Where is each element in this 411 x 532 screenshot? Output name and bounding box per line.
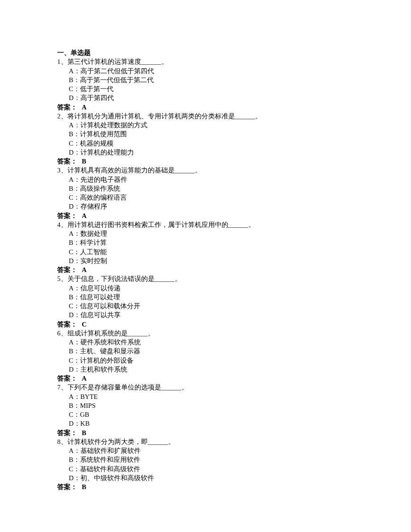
option-b: B：信息可以处理 — [57, 293, 354, 302]
answer-value: B — [82, 483, 86, 490]
answer-label: 答案： — [57, 212, 77, 219]
option-a: A：硬件系统和软件系统 — [57, 338, 354, 347]
answer-line: 答案：B — [57, 157, 354, 166]
answer-value: C — [82, 321, 87, 328]
answer-value: A — [82, 104, 87, 111]
question-text: 2、将计算机分为通用计算机、专用计算机两类的分类标准是______。 — [57, 112, 354, 121]
answer-label: 答案： — [57, 375, 77, 382]
answer-label: 答案： — [57, 266, 77, 273]
option-b: B：计算机使用范围 — [57, 130, 354, 138]
answer-value: A — [82, 375, 87, 382]
option-b: B：MIPS — [57, 401, 354, 410]
answer-line: 答案：B — [57, 428, 354, 437]
option-c: C：机器的规模 — [57, 139, 354, 148]
answer-value: B — [82, 429, 86, 436]
option-a: A：基础软件和扩展软件 — [57, 446, 354, 455]
option-c: C：信息可以和载体分开 — [57, 302, 354, 310]
option-d: D：KB — [57, 419, 354, 428]
question-1: 1、第三代计算机的运算速度______。 A：高于第二代但低于第四代 B：高于第… — [57, 57, 354, 112]
answer-line: 答案：A — [57, 374, 354, 383]
option-a: A：先进的电子器件 — [57, 175, 354, 184]
answer-label: 答案： — [57, 158, 77, 165]
option-d: D：高于第四代 — [57, 93, 354, 102]
answer-label: 答案： — [57, 429, 77, 436]
question-7: 7、下列不是存储容量单位的选项是______。 A：BYTE B：MIPS C：… — [57, 383, 354, 437]
question-text: 6、组成计算机系统的是______。 — [57, 329, 354, 338]
option-d: D：信息可以共享 — [57, 310, 354, 319]
answer-label: 答案： — [57, 321, 77, 328]
answer-line: 答案：B — [57, 482, 354, 491]
question-8: 8、计算机软件分为两大类，即______。 A：基础软件和扩展软件 B：系统软件… — [57, 437, 354, 492]
option-a: A：数据处理 — [57, 229, 354, 238]
option-b: B：高于第一代但低于第二代 — [57, 75, 354, 84]
option-d: D：计算机的处理能力 — [57, 148, 354, 157]
option-d: D：主机和软件系统 — [57, 365, 354, 374]
option-b: B：科学计算 — [57, 238, 354, 247]
option-c: C：GB — [57, 410, 354, 419]
option-d: D：实时控制 — [57, 256, 354, 265]
option-a: A：高于第二代但低于第四代 — [57, 67, 354, 75]
question-text: 8、计算机软件分为两大类，即______。 — [57, 437, 354, 446]
option-d: D：存储程序 — [57, 202, 354, 211]
option-c: C：人工智能 — [57, 247, 354, 256]
answer-line: 答案：A — [57, 211, 354, 220]
question-3: 3、计算机具有高效的运算能力的基础是______。 A：先进的电子器件 B：高级… — [57, 166, 354, 220]
option-b: B：高级操作系统 — [57, 184, 354, 193]
option-c: C：低于第一代 — [57, 84, 354, 93]
question-text: 5、关于信息，下列说法错误的是______。 — [57, 274, 354, 283]
answer-line: 答案：C — [57, 320, 354, 329]
question-4: 4、用计算机进行图书资料检索工作，属于计算机应用中的______。 A：数据处理… — [57, 220, 354, 275]
option-c: C：基础软件和高级软件 — [57, 465, 354, 473]
section-title: 一、单选题 — [57, 48, 354, 57]
answer-line: 答案：A — [57, 265, 354, 274]
answer-value: A — [82, 266, 87, 273]
answer-value: B — [82, 158, 86, 165]
answer-line: 答案：A — [57, 103, 354, 112]
question-2: 2、将计算机分为通用计算机、专用计算机两类的分类标准是______。 A：计算机… — [57, 112, 354, 166]
answer-value: A — [82, 212, 87, 219]
answer-label: 答案： — [57, 104, 77, 111]
question-text: 3、计算机具有高效的运算能力的基础是______。 — [57, 166, 354, 175]
question-5: 5、关于信息，下列说法错误的是______。 A：信息可以传递 B：信息可以处理… — [57, 274, 354, 329]
question-text: 7、下列不是存储容量单位的选项是______。 — [57, 383, 354, 392]
question-text: 4、用计算机进行图书资料检索工作，属于计算机应用中的______。 — [57, 220, 354, 229]
option-a: A：信息可以传递 — [57, 284, 354, 293]
option-a: A：BYTE — [57, 392, 354, 401]
option-c: C：计算机的外部设备 — [57, 356, 354, 365]
answer-label: 答案： — [57, 483, 77, 490]
option-b: B：系统软件和应用软件 — [57, 455, 354, 464]
question-text: 1、第三代计算机的运算速度______。 — [57, 57, 354, 66]
option-a: A：计算机处理数据的方式 — [57, 121, 354, 130]
option-b: B：主机、键盘和显示器 — [57, 347, 354, 356]
option-c: C：高效的编程语言 — [57, 193, 354, 202]
option-d: D：初、中级软件和高级软件 — [57, 473, 354, 482]
question-6: 6、组成计算机系统的是______。 A：硬件系统和软件系统 B：主机、键盘和显… — [57, 329, 354, 383]
